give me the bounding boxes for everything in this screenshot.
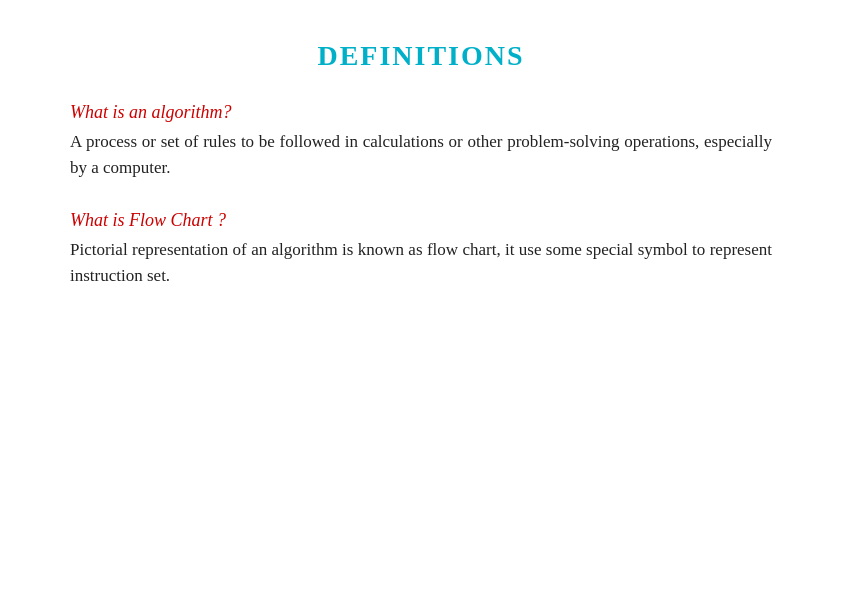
- page-title: DEFINITIONS: [70, 40, 772, 72]
- flowchart-heading: What is Flow Chart ?: [70, 210, 772, 231]
- section-flowchart: What is Flow Chart ? Pictorial represent…: [70, 210, 772, 290]
- flowchart-body: Pictorial representation of an algorithm…: [70, 237, 772, 290]
- algorithm-body: A process or set of rules to be followed…: [70, 129, 772, 182]
- page-container: DEFINITIONS What is an algorithm? A proc…: [0, 0, 842, 595]
- section-algorithm: What is an algorithm? A process or set o…: [70, 102, 772, 182]
- algorithm-heading: What is an algorithm?: [70, 102, 772, 123]
